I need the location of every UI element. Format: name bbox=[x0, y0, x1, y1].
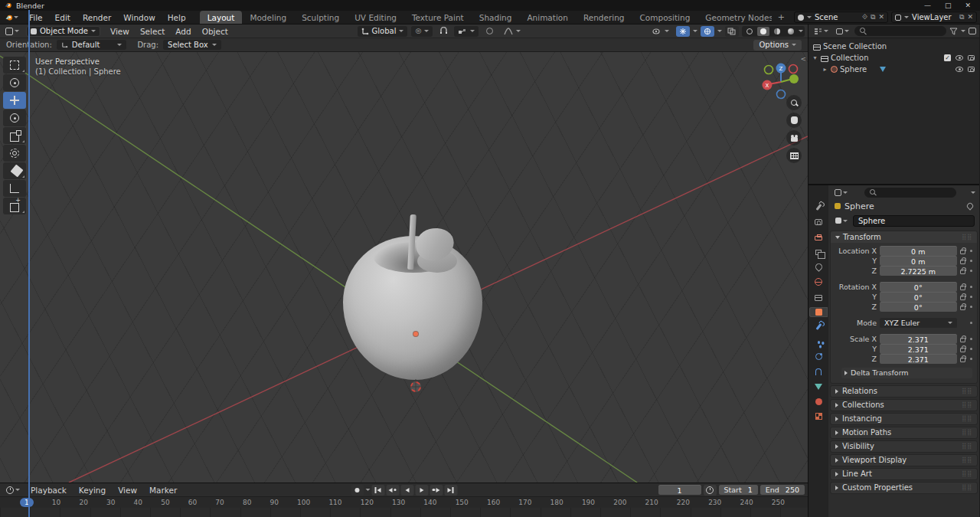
disable-render-icon[interactable] bbox=[968, 55, 975, 61]
animate-dot-icon[interactable] bbox=[970, 322, 973, 325]
shading-material-button[interactable] bbox=[771, 27, 783, 36]
app-menu-button[interactable] bbox=[0, 11, 23, 24]
collapsed-panel-custom-properties[interactable]: Custom Properties ⣿⣿ bbox=[830, 482, 978, 494]
properties-tab-output[interactable] bbox=[809, 232, 828, 242]
checkbox-icon[interactable]: ✓ bbox=[944, 54, 951, 61]
value-field[interactable]: 2.371 bbox=[880, 354, 957, 364]
frame-tick-220[interactable]: 220 bbox=[677, 499, 690, 506]
properties-tab-view-layer[interactable] bbox=[809, 247, 828, 257]
frame-tick-250[interactable]: 250 bbox=[772, 499, 785, 506]
value-field[interactable]: 0° bbox=[880, 302, 957, 312]
pan-view-button[interactable] bbox=[786, 113, 802, 128]
drag-field[interactable]: Select Box bbox=[163, 40, 221, 50]
frame-tick-60[interactable]: 60 bbox=[188, 499, 197, 506]
disable-render-icon[interactable] bbox=[968, 67, 975, 72]
overlays-toggle[interactable] bbox=[701, 26, 714, 37]
maximize-button[interactable]: □ bbox=[945, 2, 952, 9]
collection-label[interactable]: Collection bbox=[831, 54, 942, 62]
viewlayer-name[interactable]: ViewLayer bbox=[912, 13, 956, 21]
frame-tick-190[interactable]: 190 bbox=[582, 499, 595, 506]
value-field[interactable]: 0° bbox=[880, 282, 957, 292]
frame-tick-40[interactable]: 40 bbox=[134, 499, 142, 506]
timeline-menu-view[interactable]: View bbox=[112, 486, 143, 495]
collapsed-panel-collections[interactable]: Collections ⣿⣿ bbox=[830, 399, 978, 411]
frame-tick-110[interactable]: 110 bbox=[328, 499, 341, 506]
workspace-tab-shading[interactable]: Shading bbox=[472, 11, 520, 24]
properties-tab-object[interactable] bbox=[809, 307, 828, 317]
chevron-down-icon[interactable] bbox=[961, 30, 965, 32]
workspace-tab-sculpting[interactable]: Sculpting bbox=[294, 11, 347, 24]
collapsed-panel-line-art[interactable]: Line Art ⣿⣿ bbox=[830, 468, 978, 480]
disclosure-closed-icon[interactable] bbox=[822, 66, 828, 73]
end-frame-field[interactable]: End 250 bbox=[760, 485, 805, 495]
workspace-tab-layout[interactable]: Layout bbox=[200, 11, 243, 24]
viewport-menu-view[interactable]: View bbox=[105, 27, 135, 36]
lock-icon[interactable] bbox=[960, 296, 965, 300]
properties-tab-world[interactable] bbox=[809, 277, 828, 287]
lock-icon[interactable] bbox=[960, 338, 965, 342]
frame-tick-100[interactable]: 100 bbox=[297, 499, 310, 506]
timeline-editor-button[interactable] bbox=[3, 486, 23, 494]
timeline-menu-marker[interactable]: Marker bbox=[143, 486, 183, 495]
outliner-row-sphere[interactable]: Sphere bbox=[808, 64, 979, 75]
viewport-menu-add[interactable]: Add bbox=[170, 27, 196, 36]
auto-keying-button[interactable] bbox=[351, 485, 364, 496]
new-viewlayer-icon[interactable]: ⧉ bbox=[959, 14, 964, 21]
next-keyframe-button[interactable] bbox=[430, 485, 443, 496]
play-button[interactable] bbox=[415, 485, 428, 496]
proportional-editing-toggle[interactable] bbox=[482, 26, 496, 37]
scene-collection-label[interactable]: Scene Collection bbox=[823, 42, 976, 51]
frame-tick-80[interactable]: 80 bbox=[243, 499, 251, 506]
properties-tab-modifiers[interactable] bbox=[809, 322, 828, 332]
lock-icon[interactable] bbox=[960, 358, 965, 362]
animate-dot-icon[interactable] bbox=[970, 306, 973, 309]
lock-icon[interactable] bbox=[960, 348, 965, 352]
menu-item-render[interactable]: Render bbox=[77, 11, 117, 24]
animate-dot-icon[interactable] bbox=[970, 270, 973, 273]
filter-icon[interactable] bbox=[949, 28, 958, 35]
properties-tab-texture[interactable] bbox=[809, 411, 828, 421]
tool-button-move[interactable] bbox=[3, 92, 26, 109]
workspace-tab-compositing[interactable]: Compositing bbox=[632, 11, 698, 24]
disclosure-open-icon[interactable] bbox=[812, 54, 818, 61]
camera-view-button[interactable] bbox=[786, 130, 802, 146]
workspace-tab-animation[interactable]: Animation bbox=[519, 11, 576, 24]
tool-button-transform[interactable] bbox=[3, 145, 26, 162]
timeline-menu-keying[interactable]: Keying bbox=[73, 486, 112, 495]
properties-tab-scene[interactable] bbox=[809, 262, 828, 272]
zoom-view-button[interactable] bbox=[786, 95, 802, 110]
timeline-menu-playback[interactable]: Playback bbox=[24, 486, 73, 495]
minimize-button[interactable]: — bbox=[924, 2, 931, 9]
timeline-track[interactable] bbox=[0, 508, 808, 517]
value-field[interactable]: 0° bbox=[880, 292, 957, 302]
value-field[interactable]: 2.7225 m bbox=[880, 266, 957, 276]
xray-toggle[interactable] bbox=[725, 26, 739, 37]
animate-dot-icon[interactable] bbox=[970, 260, 973, 263]
jump-to-start-button[interactable] bbox=[371, 485, 384, 496]
editor-type-button[interactable] bbox=[3, 28, 21, 35]
use-preview-range-button[interactable] bbox=[704, 485, 717, 496]
options-button[interactable]: Options bbox=[753, 40, 802, 51]
properties-tab-constraints[interactable] bbox=[809, 367, 828, 377]
lock-icon[interactable] bbox=[960, 260, 965, 264]
chevron-down-icon[interactable] bbox=[971, 191, 975, 194]
workspace-tab-texture-paint[interactable]: Texture Paint bbox=[404, 11, 472, 24]
properties-tab-collection[interactable] bbox=[809, 292, 828, 302]
object-name-field[interactable]: Sphere bbox=[853, 215, 975, 227]
frame-tick-160[interactable]: 160 bbox=[487, 499, 500, 506]
animate-dot-icon[interactable] bbox=[970, 296, 973, 299]
collapsed-panel-visibility[interactable]: Visibility ⣿⣿ bbox=[830, 440, 978, 453]
remove-viewlayer-icon[interactable]: ✕ bbox=[967, 14, 973, 21]
menu-item-window[interactable]: Window bbox=[117, 11, 161, 24]
visibility-dropdown[interactable] bbox=[648, 26, 673, 37]
add-workspace-button[interactable]: + bbox=[772, 11, 791, 24]
viewport-menu-select[interactable]: Select bbox=[135, 27, 170, 36]
frame-tick-10[interactable]: 10 bbox=[52, 499, 60, 506]
frame-tick-150[interactable]: 150 bbox=[456, 499, 469, 506]
menu-item-help[interactable]: Help bbox=[162, 11, 192, 24]
chevron-down-icon[interactable] bbox=[693, 30, 697, 32]
snap-target-select[interactable] bbox=[454, 26, 479, 37]
collapsed-panel-motion-paths[interactable]: Motion Paths ⣿⣿ bbox=[830, 427, 978, 439]
lock-icon[interactable] bbox=[960, 286, 965, 290]
pin-icon[interactable]: ⟐ bbox=[862, 14, 867, 21]
